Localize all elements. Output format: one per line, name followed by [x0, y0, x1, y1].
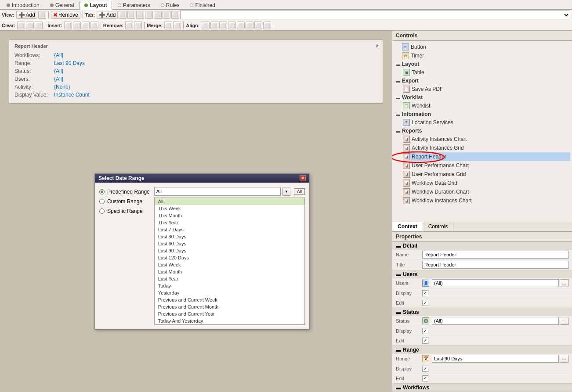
align-icon-7[interactable]: ⬜ [254, 22, 262, 29]
align-icon-5[interactable]: ⬜ [237, 22, 245, 29]
insert-icon-4[interactable]: ⬜ [91, 22, 98, 29]
view-dropdown[interactable] [180, 11, 570, 19]
range-prop-input[interactable] [432, 355, 559, 363]
tree-item-worklist[interactable]: 📋 Worklist [394, 101, 570, 110]
dialog-close-button[interactable]: ✕ [300, 175, 306, 181]
tab-general[interactable]: General [45, 1, 79, 10]
selected-value-input[interactable] [154, 187, 281, 196]
dropdown-item-lastweek[interactable]: Last Week [155, 261, 304, 268]
tree-item-workflow-data-grid[interactable]: 📊 Workflow Data Grid [394, 179, 570, 187]
tab-layout[interactable]: Layout [80, 1, 112, 10]
dropdown-item-all[interactable]: All [155, 198, 304, 205]
status-display-check[interactable]: ✓ [422, 328, 428, 334]
insert-icon-3[interactable]: ⬜ [82, 22, 90, 29]
dropdown-arrow-button[interactable]: ▼ [282, 187, 290, 196]
range-collapse-icon: ▬ [396, 347, 401, 353]
dropdown-item-last7[interactable]: Last 7 Days [155, 226, 304, 233]
align-icon-1[interactable]: ⬜ [202, 22, 210, 29]
radio-predefined[interactable]: Predefined Range [99, 189, 150, 195]
tree-item-workflow-instances[interactable]: 📊 Workflow Instances Chart [394, 196, 570, 205]
range-browse-button[interactable]: … [560, 355, 568, 363]
tab-icon-1[interactable]: ⬜ [119, 11, 127, 19]
view-icon-1[interactable]: ⬜ [38, 11, 46, 19]
align-icon-4[interactable]: ⬜ [228, 22, 236, 29]
users-edit-check[interactable]: ✓ [422, 300, 428, 306]
clear-icon-1[interactable]: ⬜ [17, 22, 25, 29]
view-add-button[interactable]: ➕ Add [16, 11, 37, 19]
tree-item-workflow-duration[interactable]: 📊 Workflow Duration Chart [394, 187, 570, 196]
title-input[interactable] [422, 261, 568, 269]
tab-icon-6[interactable]: ⬜ [163, 11, 170, 19]
tree-item-timer[interactable]: ⏱ Timer [394, 51, 570, 60]
tree-item-user-perf-chart[interactable]: 📊 User Performance Chart [394, 161, 570, 170]
insert-icon-2[interactable]: ⬜ [73, 22, 81, 29]
tree-item-activity-chart[interactable]: 📊 Activity Instances Chart [394, 135, 570, 144]
align-icon-2[interactable]: ⬜ [210, 22, 218, 29]
merge-icon-2[interactable]: ⬜ [173, 22, 181, 29]
dropdown-item-last60[interactable]: Last 60 Days [155, 240, 304, 247]
status-edit-check[interactable]: ✓ [422, 338, 428, 344]
tab-parameters[interactable]: Parameters [113, 1, 155, 10]
dropdown-item-today[interactable]: Today [155, 282, 304, 289]
tree-item-user-perf-grid[interactable]: 📊 User Performance Grid [394, 170, 570, 179]
ctx-tab-controls[interactable]: Controls [423, 222, 454, 231]
remove-button[interactable]: ✖ Remove [51, 11, 80, 19]
remove-icon-1[interactable]: ⬜ [125, 22, 133, 29]
radio-custom[interactable]: Custom Range [99, 198, 150, 205]
dropdown-item-prevcurweek[interactable]: Previous and Current Week [155, 296, 304, 303]
range-value[interactable]: Last 90 Days [54, 60, 85, 66]
tab-icon-4[interactable]: ⬜ [145, 11, 153, 19]
users-prop-input[interactable] [432, 279, 559, 287]
name-input[interactable] [422, 251, 568, 259]
tree-item-location[interactable]: 📍 Location Services [394, 118, 570, 127]
tab-add-button[interactable]: ➕ Add [97, 11, 118, 19]
align-icon-3[interactable]: ⬜ [219, 22, 227, 29]
remove-icon-2[interactable]: ⬜ [134, 22, 142, 29]
tab-icon-3[interactable]: ⬜ [136, 11, 144, 19]
activity-value[interactable]: {None} [54, 84, 70, 90]
tab-rules[interactable]: Rules [156, 1, 185, 10]
display-value[interactable]: Instance Count [54, 92, 90, 98]
status-prop-value: 🔘 … [422, 317, 568, 325]
merge-icon-1[interactable]: ⬜ [164, 22, 172, 29]
dropdown-item-yesterday[interactable]: Yesterday [155, 289, 304, 296]
radio-specific[interactable]: Specific Range [99, 208, 150, 214]
tab-icon-5[interactable]: ⬜ [154, 11, 162, 19]
dropdown-item-thismonth[interactable]: This Month [155, 212, 304, 219]
tab-icon-2[interactable]: ⬜ [127, 11, 135, 19]
tab-icon-7[interactable]: ⬜ [171, 11, 179, 19]
dropdown-item-prevcuryear[interactable]: Previous and Current Year [155, 310, 304, 317]
align-icon-6[interactable]: ⬜ [246, 22, 253, 29]
range-edit-check[interactable]: ✓ [422, 375, 428, 381]
workflows-value[interactable]: {All} [54, 52, 63, 58]
clear-icon-2[interactable]: ⬜ [26, 22, 34, 29]
dropdown-item-prevcurmonth[interactable]: Previous and Current Month [155, 303, 304, 310]
status-prop-input[interactable] [432, 317, 559, 325]
dropdown-item-todayyesterday[interactable]: Today And Yesterday [155, 317, 304, 324]
align-icon-8[interactable]: ⬜ [263, 22, 271, 29]
insert-icon-1[interactable]: ⬜ [64, 22, 72, 29]
dropdown-item-lastyear[interactable]: Last Year [155, 275, 304, 282]
dropdown-item-lastmonth[interactable]: Last Month [155, 268, 304, 275]
range-display-check[interactable]: ✓ [422, 366, 428, 372]
dropdown-item-thisyear[interactable]: This Year [155, 219, 304, 226]
ctx-tab-context[interactable]: Context [392, 222, 423, 231]
tab-finished[interactable]: Finished [185, 1, 220, 10]
users-browse-button[interactable]: … [560, 279, 568, 287]
tree-item-report-header[interactable]: 📊 Report Header [403, 152, 570, 161]
dropdown-item-last90[interactable]: Last 90 Days [155, 247, 304, 254]
status-value[interactable]: {All} [54, 68, 63, 74]
clear-icon-3[interactable]: ⬜ [35, 22, 43, 29]
dropdown-item-last120[interactable]: Last 120 Days [155, 254, 304, 261]
dropdown-item-last30[interactable]: Last 30 Days [155, 233, 304, 240]
users-value[interactable]: {All} [54, 76, 63, 82]
tree-item-button[interactable]: B Button [394, 43, 570, 51]
tree-item-activity-grid[interactable]: 📊 Activity Instances Grid [394, 144, 570, 152]
dropdown-item-thisweek[interactable]: This Week [155, 205, 304, 212]
tree-item-pdf[interactable]: 📄 Save As PDF [394, 85, 570, 94]
status-browse-button[interactable]: … [560, 317, 568, 325]
tree-item-table[interactable]: ⊞ Table [394, 68, 570, 77]
collapse-button[interactable]: ∧ [375, 43, 379, 49]
tab-introduction[interactable]: Introduction [2, 1, 44, 10]
users-display-check[interactable]: ✓ [422, 290, 428, 296]
